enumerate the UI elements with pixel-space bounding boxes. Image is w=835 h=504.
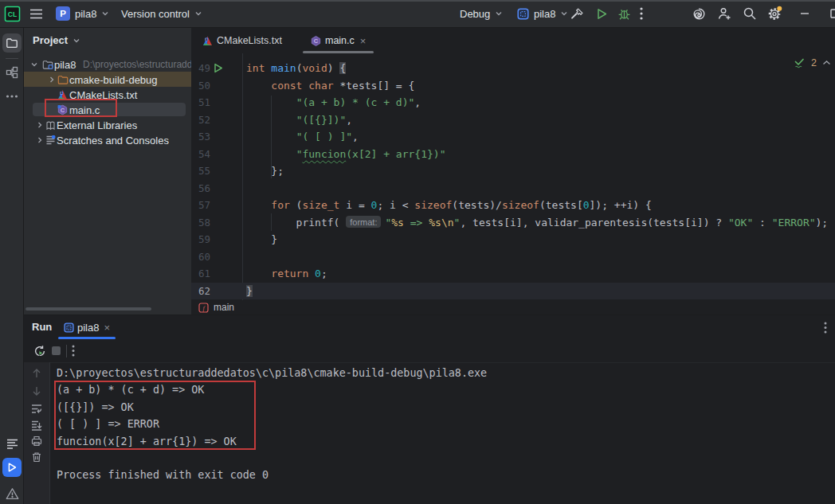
chevron-up-icon[interactable] [822, 60, 831, 66]
tree-chevron-right-icon[interactable] [48, 76, 56, 84]
tab-close-icon[interactable]: × [359, 36, 367, 46]
line-number[interactable]: 54 [191, 146, 210, 163]
code-line-50[interactable]: 50 const char *tests[] = { [191, 77, 835, 95]
up-stacktrace-button[interactable] [31, 368, 42, 379]
stripe-more-button[interactable] [2, 87, 22, 106]
project-widget[interactable]: P pila8 [56, 0, 109, 27]
code-line-58[interactable]: 58 printf( format:"%s => %s\n", tests[i]… [191, 214, 835, 232]
code-line-57[interactable]: 57 for (size_t i = 0; i < sizeof(tests)/… [191, 197, 835, 214]
project-panel-title: Project [33, 34, 68, 46]
rerun-button[interactable] [33, 345, 46, 357]
line-number[interactable]: 53 [191, 128, 210, 146]
run-button[interactable] [595, 0, 609, 27]
soft-wrap-button[interactable] [31, 403, 42, 414]
stripe-project-button[interactable] [2, 33, 22, 53]
run-tool-window: Run pila8 × D:\proyectos\estruc [24, 315, 835, 504]
toolbar-separator [66, 345, 67, 357]
run-tab-pila8[interactable]: pila8 × [58, 315, 116, 339]
code-line-55[interactable]: 55 }; [191, 162, 835, 180]
tree-chevron-down-icon[interactable] [30, 61, 38, 68]
tree-item-cmake-build-debug[interactable]: cmake-build-debug [24, 72, 191, 87]
line-number[interactable]: 60 [191, 248, 210, 266]
line-number[interactable]: 61 [191, 265, 210, 283]
more-kebab-icon [640, 7, 643, 20]
debug-button[interactable] [617, 0, 631, 27]
minimize-button[interactable] [799, 0, 810, 27]
code-with-me-button[interactable] [717, 0, 732, 27]
cmake-profile-selector[interactable]: Debug [460, 0, 503, 27]
search-everywhere-button[interactable] [743, 0, 757, 27]
main-menu-button[interactable] [29, 0, 43, 27]
settings-gear-icon [766, 6, 782, 21]
line-number[interactable]: 52 [191, 111, 210, 129]
vcs-widget-label: Version control [121, 8, 190, 20]
tree-chevron-right-icon[interactable] [36, 121, 44, 129]
line-number[interactable]: 62 [191, 283, 210, 300]
print-button[interactable] [31, 436, 42, 447]
run-panel-title[interactable]: Run [32, 321, 52, 333]
code-line-56[interactable]: 56 [191, 180, 835, 197]
annotation-box-console-output [54, 381, 256, 450]
tab-close-icon[interactable]: × [102, 322, 110, 333]
line-number[interactable]: 57 [191, 197, 210, 214]
svg-text:A: A [61, 92, 63, 95]
run-line-gutter-icon[interactable] [214, 63, 223, 73]
code-text: int main(void) { [246, 60, 346, 77]
line-number[interactable]: 49 [191, 60, 210, 77]
stop-button[interactable] [51, 346, 61, 356]
tree-item-pila8[interactable]: pila8D:\proyectos\estructuradde [24, 57, 191, 72]
line-number[interactable]: 51 [191, 94, 210, 111]
code-line-54[interactable]: 54 "funcion(x[2] + arr{1})" [191, 146, 835, 163]
stripe-divider [6, 58, 18, 59]
run-config-selector[interactable]: pila8 [517, 0, 568, 27]
tree-chevron-right-icon[interactable] [36, 136, 44, 144]
run-play-icon [6, 462, 18, 473]
project-widget-label: pila8 [75, 8, 96, 20]
stripe-text-lines-button[interactable] [2, 434, 22, 453]
stripe-run-button[interactable] [2, 458, 22, 477]
scroll-to-end-button[interactable] [31, 420, 42, 431]
tree-item-label: Scratches and Consoles [57, 134, 169, 146]
inspections-widget[interactable]: 2 [794, 57, 831, 68]
code-line-51[interactable]: 51 "(a + b) * (c + d)", [191, 94, 835, 111]
tree-item-external-libraries[interactable]: External Libraries [24, 117, 191, 132]
tab-main-c[interactable]: C main.c × [303, 28, 374, 53]
build-button[interactable] [570, 0, 584, 27]
stripe-problems-button[interactable] [2, 484, 22, 503]
app-logo-icon[interactable]: CL [4, 0, 21, 27]
more-kebab-icon [824, 322, 827, 334]
ai-assistant-button[interactable] [692, 0, 707, 27]
run-more-options-button[interactable] [72, 345, 75, 357]
more-actions-button[interactable] [640, 0, 643, 27]
code-line-53[interactable]: 53 "( [ ) ]", [191, 128, 835, 146]
breadcrumb-item[interactable]: main [214, 302, 234, 313]
project-panel-header[interactable]: Project [33, 34, 80, 46]
run-panel-options-button[interactable] [824, 322, 827, 334]
tab-cmakelists[interactable]: A CMakeLists.txt [198, 28, 303, 53]
line-number[interactable]: 55 [191, 162, 210, 180]
arrow-up-icon [31, 368, 42, 379]
chevron-down-icon [495, 10, 503, 18]
code-line-62[interactable]: 62} [191, 283, 835, 300]
line-number[interactable]: 50 [191, 77, 210, 95]
code-line-61[interactable]: 61 return 0; [191, 265, 835, 283]
code-line-59[interactable]: 59 } [191, 231, 835, 248]
settings-button[interactable] [766, 0, 782, 27]
settings-badge [777, 6, 782, 11]
code-line-49[interactable]: 49int main(void) { [191, 60, 835, 77]
project-horizontal-scrollbar[interactable] [25, 307, 151, 311]
line-number[interactable]: 59 [191, 231, 210, 248]
down-stacktrace-button[interactable] [31, 385, 42, 397]
vcs-widget[interactable]: Version control [121, 0, 202, 27]
cmake-file-icon: A [202, 36, 213, 46]
tree-item-scratches-and-consoles[interactable]: Scratches and Consoles [24, 132, 191, 147]
code-line-60[interactable]: 60 [191, 248, 835, 266]
code-area[interactable]: 49int main(void) {50 const char *tests[]… [191, 60, 835, 299]
stripe-structure-button[interactable] [2, 63, 22, 82]
maximize-button[interactable] [829, 0, 835, 27]
line-number[interactable]: 58 [191, 214, 210, 232]
code-line-52[interactable]: 52 "([{}])", [191, 111, 835, 129]
line-number[interactable]: 56 [191, 180, 210, 197]
clear-all-button[interactable] [31, 451, 42, 463]
tab-label: CMakeLists.txt [217, 35, 282, 46]
